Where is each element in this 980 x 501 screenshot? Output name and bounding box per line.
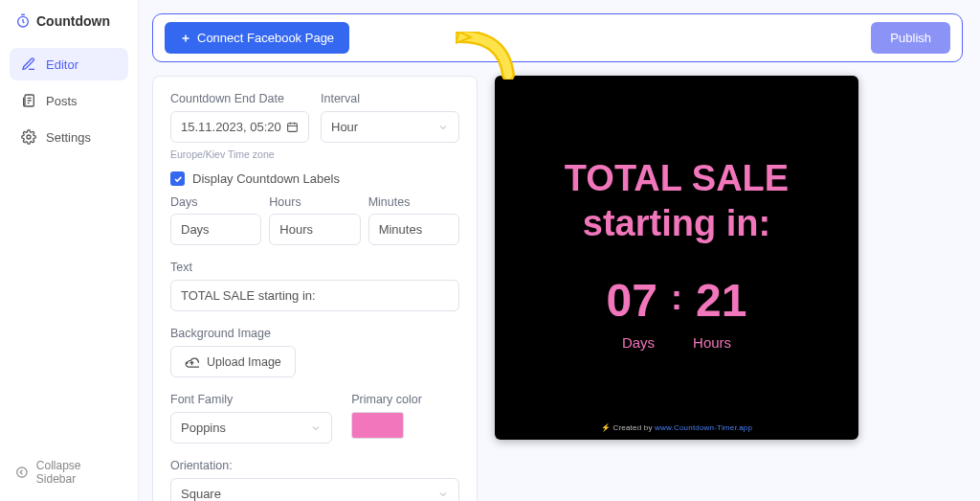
svg-point-3 [17,467,27,477]
text-input[interactable]: TOTAL SALE starting in: [170,280,459,311]
preview-hours-value: 21 [696,274,746,327]
interval-value: Hour [331,120,358,134]
days-input[interactable]: Days [170,214,261,245]
editor-icon [21,57,36,72]
interval-label: Interval [321,92,459,105]
hours-label: Hours [269,195,360,209]
minutes-input[interactable]: Minutes [368,214,459,245]
display-labels-checkbox[interactable] [170,171,185,186]
font-family-value: Poppins [181,421,226,435]
primary-color-picker[interactable] [351,412,404,439]
preview-area: TOTAL SALE starting in: 07 : 21 Days Hou… [495,76,963,501]
publish-button[interactable]: Publish [871,22,950,54]
body: Countdown End Date 15.11.2023, 05:20 Int… [152,76,963,501]
posts-icon [21,93,36,108]
font-family-select[interactable]: Poppins [170,412,332,444]
chevron-down-icon [437,122,449,133]
credit-icon: ⚡ [601,423,611,432]
chevron-down-icon [437,489,449,500]
preview-hours-label: Hours [693,334,731,351]
preview-days-label: Days [622,334,655,351]
text-label: Text [170,261,459,274]
publish-label: Publish [890,31,931,45]
preview-line1: TOTAL SALE [565,156,789,202]
settings-icon [21,129,36,145]
upload-label: Upload Image [207,355,281,369]
collapse-sidebar[interactable]: Collapse Sidebar [0,444,138,501]
count-separator: : [671,278,682,318]
sidebar: Countdown Editor Posts Settings Collapse… [0,0,139,501]
end-date-label: Countdown End Date [170,92,309,105]
text-value: TOTAL SALE starting in: [181,288,316,303]
credit-link: www.Countdown-Timer.app [655,423,752,432]
topbar: Connect Facebook Page Publish [152,13,963,62]
collapse-label: Collapse Sidebar [36,459,122,486]
check-icon [173,174,183,184]
sidebar-item-posts[interactable]: Posts [10,84,128,117]
plus-icon [180,33,191,44]
font-family-label: Font Family [170,393,332,406]
minutes-value: Minutes [379,222,423,237]
orientation-value: Square [181,487,221,501]
preview-credit: ⚡ Created by www.Countdown-Timer.app [601,423,752,432]
end-date-value: 15.11.2023, 05:20 [181,120,281,134]
timezone-hint: Europe/Kiev Time zone [170,148,459,160]
days-value: Days [181,222,210,237]
sidebar-item-editor[interactable]: Editor [10,48,128,80]
chevron-down-icon [310,422,322,434]
sidebar-nav: Editor Posts Settings [0,42,138,159]
settings-panel: Countdown End Date 15.11.2023, 05:20 Int… [152,76,478,501]
orientation-select[interactable]: Square [170,478,459,501]
hours-value: Hours [279,222,313,237]
upload-icon [185,354,199,369]
brand-name: Countdown [36,13,110,29]
preview-count: 07 : 21 [607,274,747,327]
collapse-icon [15,466,29,479]
sidebar-item-settings[interactable]: Settings [10,121,128,153]
logo: Countdown [0,0,138,42]
display-labels-text: Display Countdown Labels [192,171,340,186]
minutes-label: Minutes [368,195,459,209]
connect-facebook-button[interactable]: Connect Facebook Page [165,22,349,54]
countdown-preview: TOTAL SALE starting in: 07 : 21 Days Hou… [495,76,858,440]
interval-select[interactable]: Hour [321,111,459,143]
main: Connect Facebook Page Publish Countdown … [139,0,980,501]
preview-line2: starting in: [565,201,789,247]
bg-image-label: Background Image [170,327,459,340]
credit-by: Created by [612,423,652,432]
svg-point-2 [27,135,31,139]
sidebar-item-label: Settings [46,130,91,145]
sidebar-item-label: Editor [46,57,78,72]
countdown-logo-icon [15,13,31,29]
upload-image-button[interactable]: Upload Image [170,346,296,377]
calendar-icon [286,121,299,133]
orientation-label: Orientation: [170,459,459,472]
sidebar-item-label: Posts [46,94,78,108]
days-label: Days [170,195,261,209]
preview-days-value: 07 [607,274,657,327]
primary-color-label: Primary color [351,393,459,406]
callout-arrow-icon [456,32,523,80]
preview-labels: Days Hours [622,334,731,351]
connect-label: Connect Facebook Page [197,31,334,45]
svg-rect-4 [288,124,298,132]
preview-text: TOTAL SALE starting in: [565,156,789,247]
end-date-input[interactable]: 15.11.2023, 05:20 [170,111,309,143]
hours-input[interactable]: Hours [269,214,360,245]
